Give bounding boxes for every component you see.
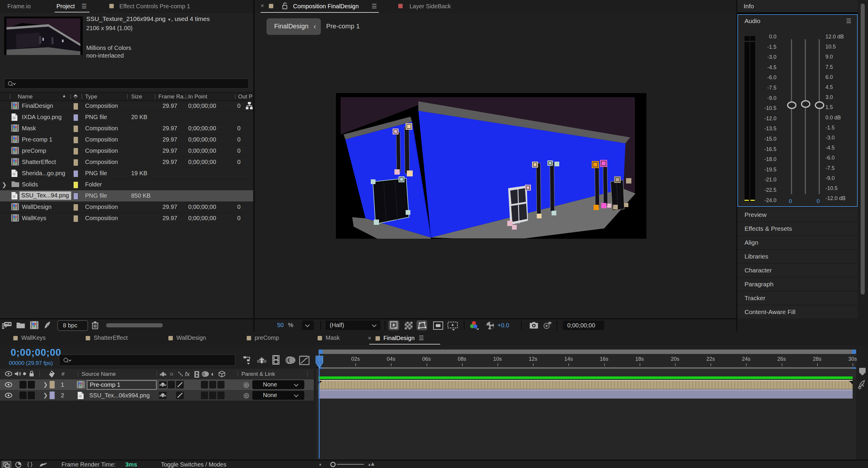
table-row[interactable]: IXDA Logo.pngPNG file20 KB bbox=[0, 112, 253, 123]
panel-section-preview[interactable]: Preview bbox=[737, 208, 858, 221]
parent-dropdown[interactable]: None bbox=[252, 380, 304, 389]
column-size[interactable]: Size bbox=[131, 93, 142, 100]
navigator-left-handle[interactable] bbox=[318, 349, 322, 354]
panel-section-character[interactable]: Character bbox=[737, 264, 858, 277]
timeline-zoom-track[interactable] bbox=[337, 464, 364, 465]
pickwhip-icon[interactable]: ◎ bbox=[243, 381, 249, 388]
lock-column-icon[interactable] bbox=[29, 371, 34, 377]
layer-bar-precomp[interactable] bbox=[318, 380, 852, 389]
zoom-out-mountain-icon[interactable]: ▲ bbox=[318, 462, 322, 466]
item-label-swatch[interactable] bbox=[73, 103, 78, 110]
frame-blend-cell[interactable] bbox=[201, 381, 208, 388]
hide-shy-layers-icon[interactable] bbox=[256, 355, 267, 365]
timeline-search-input[interactable] bbox=[59, 354, 235, 366]
panel-section-align[interactable]: Align bbox=[737, 236, 858, 249]
video-column-eye-icon[interactable] bbox=[5, 371, 12, 376]
audio-panel-menu-icon[interactable]: ☰ bbox=[846, 18, 851, 25]
column-frame-rate[interactable]: Frame Ra... bbox=[158, 93, 188, 100]
timeline-tab-precomp[interactable]: preComp bbox=[247, 335, 279, 341]
column-in-point[interactable]: In Point bbox=[188, 93, 207, 100]
table-row[interactable]: Sherida...go.pngPNG file19 KB bbox=[0, 168, 253, 179]
close-tab-icon[interactable]: × bbox=[260, 2, 264, 9]
table-row[interactable]: WallDesignComposition29.970;00;00;000 bbox=[0, 201, 253, 213]
frame-blend-cell[interactable] bbox=[201, 392, 208, 399]
breadcrumb-parent-button[interactable]: FinalDesign ‹ bbox=[267, 18, 321, 35]
label-column-tag-icon[interactable]: ⬖ bbox=[73, 94, 79, 98]
table-row[interactable]: ShatterEffectComposition29.970;00;00;000 bbox=[0, 157, 253, 168]
audio-slider-master-track[interactable] bbox=[805, 39, 806, 194]
show-snapshot-icon[interactable] bbox=[542, 321, 552, 330]
expand-chevron-icon[interactable]: ❯ bbox=[43, 392, 48, 399]
layer-name-box[interactable]: Pre-comp 1 bbox=[87, 380, 157, 390]
item-name[interactable]: IXDA Logo.png bbox=[22, 114, 62, 121]
zoom-level-value[interactable]: 50 bbox=[277, 322, 284, 329]
adobe-stock-icon[interactable] bbox=[44, 321, 52, 330]
3d-layer-cell[interactable] bbox=[217, 392, 224, 399]
item-label-swatch[interactable] bbox=[73, 159, 78, 166]
footage-dropdown-icon[interactable]: ▼ bbox=[167, 18, 171, 22]
motion-blur-cell[interactable] bbox=[209, 381, 216, 388]
live-update-icon[interactable] bbox=[15, 461, 22, 468]
selection-handle[interactable] bbox=[395, 169, 400, 175]
time-ruler[interactable]: 0s02s04s06s08s10s12s14s16s18s20s22s24s26… bbox=[316, 354, 856, 368]
item-name[interactable]: Solids bbox=[22, 181, 38, 188]
bird-icon[interactable] bbox=[39, 462, 47, 467]
panel-section-effects-presets[interactable]: Effects & Presets bbox=[737, 222, 858, 235]
footage-filename[interactable]: SSU_Texture_2106x994.png bbox=[86, 15, 166, 22]
item-name[interactable]: preComp bbox=[22, 148, 46, 154]
grid-guides-options-icon[interactable] bbox=[447, 321, 459, 331]
eye-icon[interactable] bbox=[5, 382, 12, 387]
tab-layer-sideback[interactable]: Layer SideBack bbox=[409, 3, 451, 10]
breadcrumb-current[interactable]: Pre-comp 1 bbox=[326, 23, 360, 30]
item-name[interactable]: Pre-comp 1 bbox=[22, 136, 52, 143]
comp-panel-menu-icon[interactable]: ☰ bbox=[372, 3, 377, 10]
selection-handle[interactable] bbox=[624, 203, 628, 207]
composition-viewport[interactable] bbox=[336, 93, 646, 239]
selection-handle[interactable] bbox=[407, 170, 413, 177]
selection-handle[interactable] bbox=[613, 205, 618, 210]
selection-handle[interactable] bbox=[537, 214, 541, 218]
panel-section-content-aware-fill[interactable]: Content-Aware Fill bbox=[737, 306, 858, 318]
selection-handle[interactable] bbox=[374, 220, 379, 225]
zoom-dropdown[interactable] bbox=[302, 320, 314, 330]
expand-chevron-icon[interactable]: ❯ bbox=[43, 381, 48, 388]
item-name[interactable]: WallDesign bbox=[22, 204, 52, 210]
audio-slider-left-knob[interactable] bbox=[787, 101, 797, 109]
panel-section-paragraph[interactable]: Paragraph bbox=[737, 278, 858, 291]
selection-handle[interactable] bbox=[406, 210, 410, 215]
preview-time-field[interactable]: 0;00;00;00 bbox=[563, 320, 604, 330]
frame-blending-icon[interactable] bbox=[271, 354, 281, 365]
unlock-icon[interactable] bbox=[282, 2, 288, 9]
timeline-graph-area[interactable] bbox=[316, 369, 856, 460]
trash-icon[interactable] bbox=[92, 321, 99, 330]
item-label-swatch[interactable] bbox=[73, 114, 78, 121]
table-row[interactable]: SSU_Tex...94.pngPNG file850 KB bbox=[0, 190, 253, 202]
tab-effect-controls[interactable]: Effect Controls Pre-comp 1 bbox=[119, 3, 190, 10]
channel-rgb-icon[interactable] bbox=[469, 321, 480, 330]
project-flowchart-icon[interactable] bbox=[246, 102, 253, 110]
graph-editor-icon[interactable] bbox=[299, 355, 310, 365]
layer-label-swatch[interactable] bbox=[50, 381, 55, 388]
color-depth-button[interactable]: 8 bpc bbox=[57, 320, 88, 331]
tab-project[interactable]: Project bbox=[56, 3, 75, 10]
playhead-head[interactable] bbox=[315, 356, 323, 368]
lock-cell[interactable] bbox=[28, 392, 35, 399]
composition-mini-flowchart-icon[interactable] bbox=[243, 355, 253, 365]
shy-switch-cell[interactable] bbox=[159, 381, 167, 388]
timeline-panel-menu-icon[interactable]: ☰ bbox=[418, 335, 424, 341]
interpret-footage-icon[interactable] bbox=[2, 321, 12, 329]
timeline-tab-mask[interactable]: Mask bbox=[318, 335, 340, 341]
audio-left-value[interactable]: 0 bbox=[789, 198, 792, 205]
title-action-safe-icon[interactable] bbox=[433, 321, 443, 330]
collapse-transformations-icon[interactable]: ☼ bbox=[169, 371, 174, 377]
item-label-swatch[interactable] bbox=[73, 204, 78, 211]
transparency-grid-icon[interactable] bbox=[405, 322, 412, 330]
current-time-display[interactable]: 0;00;00;00 bbox=[11, 347, 61, 358]
layer-bar-ssu-texture[interactable] bbox=[318, 389, 852, 399]
solo-column-icon[interactable] bbox=[23, 372, 26, 375]
3d-layer-cell[interactable] bbox=[217, 381, 224, 388]
parent-dropdown[interactable]: None bbox=[252, 391, 304, 400]
quality-switch-icon[interactable] bbox=[178, 371, 183, 377]
comp-marker-bin-icon[interactable] bbox=[859, 368, 866, 376]
brackets-icon[interactable]: { } bbox=[27, 461, 32, 467]
